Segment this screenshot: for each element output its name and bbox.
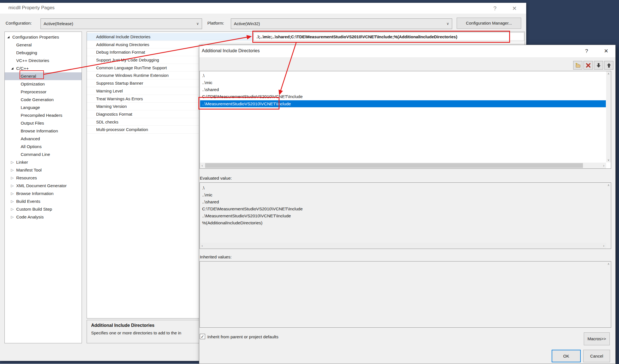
- desktop: micdll Property Pages ? ✕ Configuration:…: [0, 0, 619, 364]
- tree-item-all-options[interactable]: All Options: [5, 143, 82, 151]
- scroll-up-icon[interactable]: ∧: [606, 183, 611, 187]
- additional-include-directories-dialog: Additional Include Directories ? ✕ .\ ..…: [199, 45, 616, 364]
- tree-item-advanced[interactable]: Advanced: [5, 135, 82, 143]
- scroll-up-icon[interactable]: ∧: [606, 71, 611, 76]
- tree-item-browse-information-2[interactable]: ▷Browse Information: [5, 190, 82, 198]
- tree-item-linker[interactable]: ▷Linker: [5, 158, 82, 166]
- dialog-titlebar: Additional Include Directories ? ✕: [199, 45, 615, 57]
- tree-item-code-generation[interactable]: Code Generation: [5, 96, 82, 104]
- tree-item-optimization[interactable]: Optimization: [5, 80, 82, 88]
- macros-button[interactable]: Macros>>: [584, 332, 610, 345]
- tree-collapsed-icon: ▷: [11, 182, 14, 190]
- tree-item-custom-build-step[interactable]: ▷Custom Build Step: [5, 205, 82, 213]
- move-down-button[interactable]: [594, 61, 603, 70]
- window-help-icon[interactable]: ?: [488, 4, 501, 13]
- list-item[interactable]: ..\shared: [200, 86, 604, 93]
- configuration-dropdown[interactable]: Active(Release) ∨: [41, 18, 202, 29]
- scroll-left-icon[interactable]: ‹: [200, 163, 205, 168]
- platform-value: Active(Win32): [234, 21, 260, 26]
- scroll-up-icon[interactable]: ∧: [606, 261, 611, 266]
- arrow-down-icon: [596, 63, 601, 68]
- delete-x-icon: [585, 63, 591, 68]
- scroll-right-icon[interactable]: ›: [601, 243, 606, 249]
- tree-item-language[interactable]: Language: [5, 104, 82, 111]
- check-icon: ✓: [201, 334, 204, 339]
- ok-button[interactable]: OK: [552, 350, 581, 362]
- new-folder-icon: [575, 63, 581, 68]
- list-horizontal-scrollbar[interactable]: ‹ ›: [200, 163, 606, 168]
- window-titlebar: micdll Property Pages ? ✕: [0, 3, 526, 14]
- tree-item-xml-document-generator[interactable]: ▷XML Document Generator: [5, 182, 82, 190]
- tree-item-command-line[interactable]: Command Line: [5, 151, 82, 158]
- dialog-close-icon[interactable]: ✕: [601, 47, 612, 55]
- tree-collapsed-icon: ▷: [11, 205, 14, 213]
- chevron-down-icon: ∨: [196, 19, 199, 29]
- tree-item-browse-information[interactable]: Browse Information: [5, 127, 82, 135]
- tree-item-configuration-properties[interactable]: Configuration Properties: [5, 33, 82, 41]
- scroll-right-icon[interactable]: ›: [601, 163, 606, 168]
- configuration-manager-button[interactable]: Configuration Manager...: [457, 18, 521, 29]
- inherit-defaults-checkbox[interactable]: ✓: [200, 334, 205, 339]
- tree-collapsed-icon: ▷: [11, 166, 14, 174]
- window-close-icon[interactable]: ✕: [508, 4, 521, 13]
- tree-item-output-files[interactable]: Output Files: [5, 119, 82, 127]
- evaluated-value-label: Evaluated value:: [200, 176, 232, 181]
- tree-expanded-icon: [7, 36, 10, 38]
- evaluated-value-content: .\ ..\mic ..\shared C:\TDE\MeasurementSt…: [200, 184, 602, 226]
- evaluated-horizontal-scrollbar[interactable]: ‹ ›: [200, 243, 606, 249]
- move-up-button[interactable]: [604, 61, 613, 70]
- scroll-down-icon[interactable]: ∨: [606, 158, 611, 162]
- list-item[interactable]: .\: [200, 72, 604, 79]
- delete-line-button[interactable]: [584, 61, 593, 70]
- tree-item-preprocessor[interactable]: Preprocessor: [5, 88, 82, 96]
- tree-item-general[interactable]: General: [5, 41, 82, 49]
- inherited-values-label: Inherited values:: [200, 254, 232, 260]
- tree-collapsed-icon: ▷: [11, 190, 14, 198]
- include-directories-value-field[interactable]: .\;..\mic;..\shared;C:\TDE\MeasurementSt…: [253, 32, 524, 41]
- list-item-selected[interactable]: ..\MeasurementStudioVS2010\VCNET\Include: [200, 100, 606, 107]
- tree-item-vcpp-directories[interactable]: VC++ Directories: [5, 57, 82, 65]
- dialog-title: Additional Include Directories: [202, 48, 260, 53]
- tree-item-resources[interactable]: ▷Resources: [5, 174, 82, 182]
- configuration-value: Active(Release): [44, 21, 73, 26]
- inherited-vertical-scrollbar[interactable]: ∧: [606, 261, 611, 327]
- scroll-left-icon[interactable]: ‹: [200, 243, 205, 249]
- configuration-tree: Configuration Properties General Debuggi…: [4, 32, 82, 343]
- tree-item-manifest-tool[interactable]: ▷Manifest Tool: [5, 166, 82, 174]
- tree-item-c-cpp[interactable]: C/C++: [5, 65, 82, 72]
- inherited-values-box: ∧: [200, 261, 611, 328]
- tree-collapsed-icon: ▷: [11, 158, 14, 166]
- configuration-label: Configuration:: [6, 21, 32, 25]
- tree-item-c-cpp-general[interactable]: General: [5, 72, 82, 80]
- tree-item-debugging[interactable]: Debugging: [5, 49, 82, 57]
- tree-item-code-analysis[interactable]: ▷Code Analysis: [5, 213, 82, 221]
- include-directories-list: .\ ..\mic ..\shared C:\TDE\MeasurementSt…: [200, 71, 611, 169]
- scrollbar-thumb[interactable]: [205, 163, 583, 168]
- new-line-button[interactable]: [573, 61, 582, 70]
- list-vertical-scrollbar[interactable]: ∧ ∨: [606, 71, 611, 162]
- tree-collapsed-icon: ▷: [11, 213, 14, 221]
- tree-collapsed-icon: ▷: [11, 198, 14, 205]
- inherit-defaults-label: Inherit from parent or project defaults: [207, 334, 278, 339]
- evaluated-vertical-scrollbar[interactable]: ∧: [606, 183, 611, 243]
- tree-collapsed-icon: ▷: [11, 174, 14, 182]
- chevron-down-icon: ∨: [446, 19, 449, 29]
- arrow-up-icon: [606, 63, 611, 68]
- tree-item-precompiled-headers[interactable]: Precompiled Headers: [5, 111, 82, 119]
- evaluated-value-box: .\ ..\mic ..\shared C:\TDE\MeasurementSt…: [200, 182, 611, 249]
- window-title: micdll Property Pages: [8, 5, 54, 11]
- tree-expanded-icon: [11, 67, 13, 70]
- list-item[interactable]: ..\mic: [200, 79, 604, 86]
- tree-item-build-events[interactable]: ▷Build Events: [5, 198, 82, 205]
- cancel-button[interactable]: Cancel: [583, 350, 610, 362]
- platform-dropdown[interactable]: Active(Win32) ∨: [231, 18, 452, 29]
- dialog-help-icon[interactable]: ?: [581, 47, 592, 55]
- list-item[interactable]: C:\TDE\MeasurementStudioVS2010\VCNET\Inc…: [200, 93, 604, 100]
- platform-label: Platform:: [207, 21, 224, 25]
